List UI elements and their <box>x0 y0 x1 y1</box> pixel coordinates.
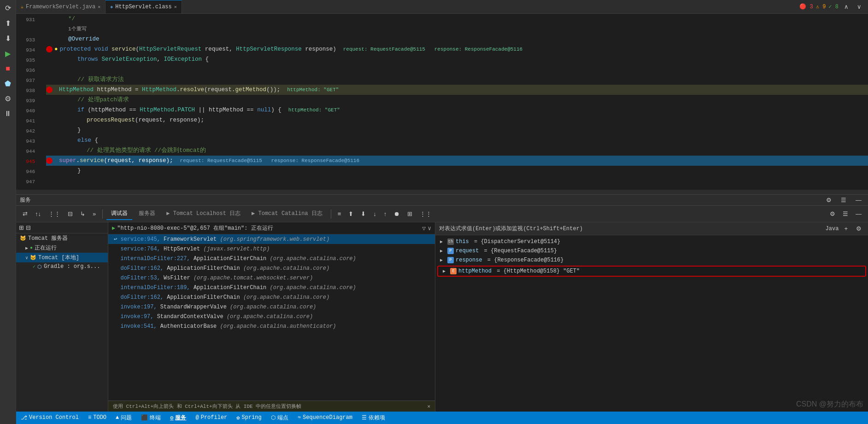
debug-up3-btn[interactable]: ↑ <box>381 209 390 218</box>
debug-btn-3[interactable]: ⋮⋮ <box>46 209 63 218</box>
bottom-profiler[interactable]: @ Profiler <box>195 414 227 421</box>
hint-close[interactable]: ✕ <box>427 403 430 409</box>
variables-header-text: 对表达式求值(Enter)或添加监视(Ctrl+Shift+Enter) <box>439 225 583 232</box>
sidebar-debug-btn[interactable]: ⬟ <box>3 77 13 90</box>
stack-item-6[interactable]: ↩ doFilter:162, ApplicationFilterChain (… <box>108 292 435 302</box>
sidebar-refresh-btn[interactable]: ⟳ <box>3 2 13 14</box>
debug-panel-close[interactable]: — <box>853 209 864 218</box>
sidebar-stop-btn[interactable]: ■ <box>4 63 12 75</box>
sidebar-up-btn[interactable]: ⬆ <box>3 17 13 29</box>
debug-btn-5[interactable]: ↳ <box>77 209 88 218</box>
stack-item-4[interactable]: ↩ doFilter:53, WsFilter (org.apache.tomc… <box>108 273 435 283</box>
debug-align-btn[interactable]: ≡ <box>335 209 344 218</box>
var-item-httpmethod[interactable]: ▶ E httpMethod = {HttpMethod@5158} "GET" <box>437 266 866 277</box>
debug-btn-more[interactable]: » <box>90 209 99 218</box>
stack-item-2[interactable]: ↩ internalDoFilter:227, ApplicationFilte… <box>108 254 435 263</box>
bottom-sequence[interactable]: ≈ SequenceDiagram <box>298 414 352 421</box>
expand-btn[interactable]: ∧ <box>841 2 851 11</box>
code-line-935: throws ServletException, IOException { <box>46 54 868 64</box>
ln-942: 942 <box>16 126 38 136</box>
bottom-version-control[interactable]: ⎇ Version Control <box>21 414 79 421</box>
frame-class-name-7: StandardWrapperValve <box>160 304 227 310</box>
bottom-endpoints[interactable]: ⬡ 端点 <box>271 414 288 422</box>
stack-item-7[interactable]: ↩ invoke:197, StandardWrapperValve (org.… <box>108 302 435 312</box>
deps-icon: ☰ <box>362 414 367 421</box>
service-close-btn[interactable]: — <box>853 196 864 204</box>
tree-tomcat-local[interactable]: ∨ 🐱 Tomcat [本地] <box>16 253 108 262</box>
sidebar-collapse-all[interactable]: ⊟ <box>26 224 31 231</box>
debug-grid-btn[interactable]: ⋮⋮ <box>417 209 434 218</box>
bottom-problems[interactable]: ▲ 问题 <box>116 414 132 422</box>
var-panel-btn1[interactable]: + <box>841 224 850 233</box>
frame-class-name-6: ApplicationFilterChain <box>167 294 240 301</box>
var-expand-response[interactable]: ▶ <box>440 257 446 263</box>
tab-close-httpservlet[interactable]: ✕ <box>174 4 177 10</box>
frame-loc-8: invoke:97, <box>120 314 157 320</box>
tree-root[interactable]: 🐱 Tomcat 服务器 <box>16 233 108 243</box>
sidebar-run-btn[interactable]: ▶ <box>3 47 12 60</box>
tab-httpservlet[interactable]: ◈ HttpServlet.class ✕ <box>106 0 182 13</box>
bottom-services[interactable]: ⚙ 服务 <box>170 414 186 422</box>
bp-938[interactable] <box>46 87 53 93</box>
terminal-icon: ⬛ <box>141 414 148 421</box>
tab-close-frameworkservlet[interactable]: ✕ <box>98 4 100 10</box>
return-icon-0: ↩ <box>114 236 117 243</box>
bp-945[interactable] <box>46 157 53 164</box>
var-item-response[interactable]: ▶ P response = {ResponseFacade@5116} <box>435 256 868 265</box>
debug-btn-2[interactable]: ↑↓ <box>32 209 44 218</box>
bottom-spring[interactable]: ✿ Spring <box>236 414 261 421</box>
frame-class-name-3: ApplicationFilterChain <box>167 265 240 272</box>
debug-record-btn[interactable]: ⏺ <box>391 209 403 218</box>
debug-panel-options[interactable]: ☰ <box>840 209 851 218</box>
ln-931: 931 <box>16 15 38 25</box>
stack-item-8[interactable]: ↩ invoke:97, StandardContextValve (org.a… <box>108 312 435 321</box>
var-item-this[interactable]: ▶ th this = {DispatcherServlet@5114} <box>435 237 868 246</box>
running-icon: ● <box>30 245 33 250</box>
service-options-btn[interactable]: ☰ <box>838 196 849 204</box>
sidebar-expand-all[interactable]: ⊞ <box>19 224 24 231</box>
debug-down3-btn[interactable]: ↓ <box>370 209 379 218</box>
code-content[interactable]: */ 1个重写 @Override ● <box>41 14 868 190</box>
service-settings-btn[interactable]: ⚙ <box>823 196 834 204</box>
sidebar-settings-btn[interactable]: ⚙ <box>3 93 13 105</box>
debug-btn-1[interactable]: ⇄ <box>20 209 30 218</box>
filter-icon[interactable]: ▽ <box>422 225 426 232</box>
stack-item-3[interactable]: ↩ doFilter:162, ApplicationFilterChain (… <box>108 263 435 273</box>
debug-table-btn[interactable]: ⊞ <box>405 209 415 218</box>
var-expand-request[interactable]: ▶ <box>440 248 446 254</box>
tree-gradle[interactable]: ✓ ⬡ Gradle : org.s... <box>16 262 108 271</box>
no-bp-936 <box>46 66 53 73</box>
debug-panel-settings[interactable]: ⚙ <box>827 209 838 218</box>
tab-server[interactable]: 服务器 <box>134 208 160 220</box>
stack-item-9[interactable]: ↩ invoke:541, AuthenticatorBase (org.apa… <box>108 321 435 331</box>
code-line-rewrite: 1个重写 <box>46 24 868 34</box>
tree-running[interactable]: ▶ ● 正在运行 <box>16 243 108 253</box>
bottom-terminal[interactable]: ⬛ 终端 <box>141 414 161 422</box>
filter-expand-icon[interactable]: ∨ <box>428 225 431 232</box>
var-icon-httpmethod: E <box>450 268 457 274</box>
h-scrollbar[interactable] <box>16 190 868 194</box>
tab-debugger[interactable]: 调试器 <box>106 208 132 220</box>
tab-tomcat-localhost[interactable]: ▶ Tomcat Localhost 日志 <box>162 208 245 220</box>
stack-item-5[interactable]: ↩ internalDoFilter:189, ApplicationFilte… <box>108 283 435 292</box>
thread-text: "http-nio-8080-exec-5"@2,657 在组"main": 正… <box>117 224 273 232</box>
bp-934[interactable] <box>46 46 53 52</box>
debug-up2-btn[interactable]: ⬆ <box>346 209 356 218</box>
bottom-todo[interactable]: ≡ TODO <box>88 414 106 421</box>
tab-frameworkservlet[interactable]: ☕ FrameworkServlet.java ✕ <box>16 0 106 13</box>
sidebar-pause-btn[interactable]: ⏸ <box>2 108 13 120</box>
gradle-ok-icon: ✓ <box>33 264 35 269</box>
sidebar-down-btn[interactable]: ⬇ <box>3 32 13 45</box>
tab-tomcat-catalina[interactable]: ▶ Tomcat Catalina 日志 <box>247 208 327 220</box>
tomcat-local-icon: 🐱 <box>30 255 36 261</box>
stack-item-1[interactable]: ↩ service:764, HttpServlet (javax.servle… <box>108 244 435 254</box>
collapse-btn[interactable]: ∨ <box>854 2 864 11</box>
var-panel-btn2[interactable]: ⚙ <box>853 224 864 233</box>
stack-item-0[interactable]: ↩ service:945, FrameworkServlet (org.spr… <box>108 234 435 244</box>
var-expand-httpmethod[interactable]: ▶ <box>443 268 448 274</box>
debug-btn-filter[interactable]: ⊟ <box>65 209 76 218</box>
debug-down2-btn[interactable]: ⬇ <box>358 209 369 218</box>
var-expand-this[interactable]: ▶ <box>440 239 446 244</box>
bottom-deps[interactable]: ☰ 依赖项 <box>362 414 385 422</box>
var-item-request[interactable]: ▶ P request = {RequestFacade@5115} <box>435 246 868 256</box>
